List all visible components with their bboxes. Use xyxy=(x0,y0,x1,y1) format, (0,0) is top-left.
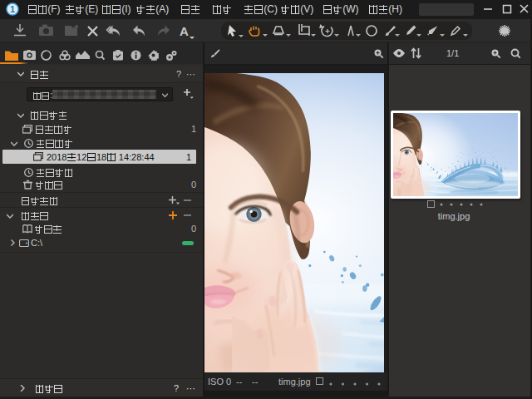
svg-text:1: 1 xyxy=(10,4,15,14)
svg-text:A: A xyxy=(180,24,189,38)
